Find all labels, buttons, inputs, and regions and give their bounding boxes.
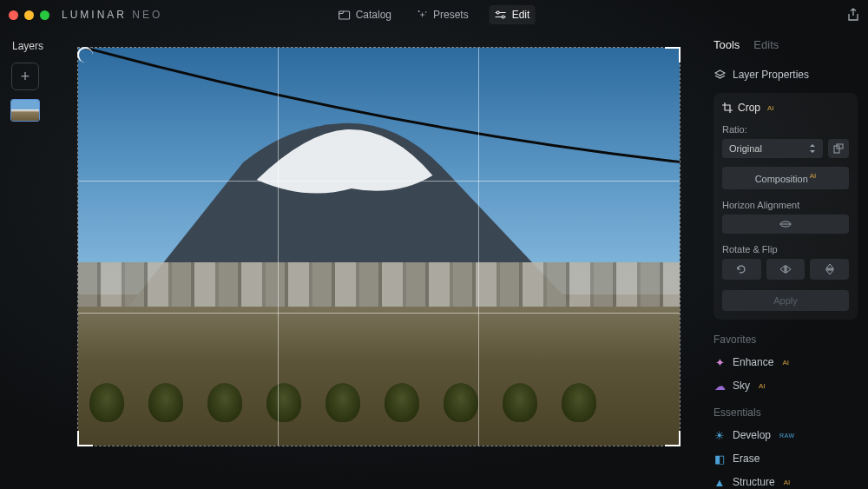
sparkle-icon [418, 10, 428, 20]
tool-develop-label: Develop [733, 429, 771, 441]
layers-icon [713, 69, 726, 81]
rotate-flip-label: Rotate & Flip [722, 244, 849, 254]
layer-thumbnail[interactable] [10, 99, 40, 122]
crop-frame[interactable] [77, 47, 681, 446]
title-bar: LUMINAR NEO Catalog Presets Edit [0, 0, 868, 30]
tool-enhance[interactable]: ✦ EnhanceAI [713, 351, 858, 374]
svg-point-6 [502, 16, 504, 18]
crop-handle-tl[interactable] [77, 47, 93, 63]
tool-structure[interactable]: ▲ StructureAI [713, 471, 858, 489]
sidebar-tabs: Tools Edits [713, 38, 858, 51]
apply-button[interactable]: Apply [722, 290, 849, 311]
crop-handle-br[interactable] [665, 431, 681, 446]
crop-handle-tr[interactable] [665, 47, 681, 63]
essentials-title: Essentials [713, 406, 858, 419]
tool-develop[interactable]: ☀ DevelopRAW [713, 424, 858, 447]
canvas-area [50, 30, 707, 489]
svg-point-2 [425, 11, 427, 13]
layers-sidebar: Layers + [0, 30, 50, 489]
structure-icon: ▲ [713, 476, 726, 489]
eraser-icon: ◧ [713, 453, 726, 466]
top-nav: Catalog Presets Edit [333, 5, 536, 24]
layer-properties-link[interactable]: Layer Properties [713, 63, 858, 86]
ratio-label: Ratio: [722, 124, 849, 135]
window-controls [9, 10, 49, 20]
layers-title: Layers [0, 40, 43, 52]
dropdown-icon [809, 144, 816, 153]
share-button[interactable] [847, 8, 859, 22]
svg-rect-0 [339, 11, 350, 19]
tool-sky-label: Sky [733, 380, 750, 392]
crop-title: Crop [738, 102, 760, 114]
tool-enhance-label: Enhance [733, 356, 773, 368]
ratio-value: Original [729, 143, 762, 154]
close-window-button[interactable] [9, 10, 18, 20]
nav-presets[interactable]: Presets [412, 5, 474, 24]
nav-catalog[interactable]: Catalog [333, 5, 397, 24]
cloud-icon: ☁ [713, 380, 726, 393]
ratio-select[interactable]: Original [722, 139, 823, 158]
add-layer-button[interactable]: + [11, 63, 39, 90]
sparkle-icon: ✦ [713, 356, 726, 369]
crop-panel: CropAI Ratio: Original CompositionAI Hor… [713, 93, 858, 320]
layer-properties-label: Layer Properties [733, 69, 809, 81]
nav-catalog-label: Catalog [356, 9, 391, 21]
sliders-icon [495, 10, 507, 19]
tools-sidebar: Tools Edits Layer Properties CropAI Rati… [707, 30, 868, 489]
nav-edit-label: Edit [512, 9, 530, 21]
main-area: Layers + [0, 30, 868, 489]
sun-icon: ☀ [713, 429, 726, 442]
tool-erase-label: Erase [733, 453, 760, 465]
tool-sky[interactable]: ☁ SkyAI [713, 374, 858, 398]
favorites-title: Favorites [713, 334, 858, 346]
crop-handle-bl[interactable] [77, 431, 93, 446]
flip-vertical-button[interactable] [810, 259, 849, 280]
tab-edits[interactable]: Edits [753, 38, 779, 51]
rotate-button[interactable] [722, 259, 761, 280]
photo-preview [78, 48, 680, 446]
tool-erase[interactable]: ◧ Erase [713, 447, 858, 471]
app-logo: LUMINAR NEO [62, 9, 162, 21]
horizon-icon [779, 221, 792, 228]
thumbnail-preview [11, 100, 39, 121]
minimize-window-button[interactable] [24, 10, 34, 20]
flip-horizontal-button[interactable] [766, 259, 806, 280]
maximize-window-button[interactable] [40, 10, 49, 20]
composition-button[interactable]: CompositionAI [722, 167, 849, 189]
swap-orientation-button[interactable] [828, 139, 849, 158]
nav-presets-label: Presets [433, 9, 469, 21]
horizon-slider[interactable] [722, 215, 849, 234]
ai-badge: AI [767, 104, 774, 112]
folder-icon [339, 10, 351, 20]
svg-point-1 [418, 10, 420, 12]
nav-edit[interactable]: Edit [490, 5, 536, 24]
tool-structure-label: Structure [733, 476, 775, 488]
horizon-label: Horizon Alignment [722, 200, 849, 210]
crop-icon [722, 102, 733, 113]
tab-tools[interactable]: Tools [713, 38, 740, 51]
crop-header[interactable]: CropAI [722, 102, 849, 114]
svg-point-5 [496, 11, 499, 14]
